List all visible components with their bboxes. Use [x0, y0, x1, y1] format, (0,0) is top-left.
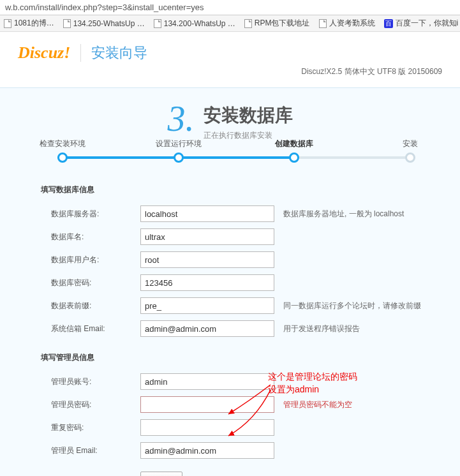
bookmark-bar: 1081的博… 134.250-WhatsUp … 134.200-WhatsU…: [0, 15, 460, 32]
circle-icon: [57, 152, 68, 163]
bookmark-item[interactable]: 百 百度一下，你就知i: [384, 18, 459, 29]
bookmark-label: 百度一下，你就知i: [396, 18, 459, 29]
row-db-password: 数据库密码:: [51, 274, 460, 291]
row-db-user: 数据库用户名:: [51, 251, 460, 268]
row-admin-password: 管理员密码: 管理员密码不能为空: [51, 396, 460, 413]
db-user-input[interactable]: [140, 251, 274, 268]
db-prefix-label: 数据表前缀:: [51, 301, 140, 311]
logo-text: Discuz: [18, 43, 64, 62]
bookmark-label: 人资考勤系统: [329, 18, 375, 29]
step-title: 安装数据库: [204, 103, 293, 128]
db-password-input[interactable]: [140, 274, 274, 291]
row-db-name: 数据库名:: [51, 228, 460, 245]
progress-label: 创建数据库: [275, 138, 313, 149]
row-admin-account: 管理员账号:: [51, 373, 460, 390]
db-server-label: 数据库服务器:: [51, 209, 140, 219]
system-email-label: 系统信箱 Email:: [51, 324, 140, 334]
bookmark-item[interactable]: 134.250-WhatsUp …: [63, 19, 145, 28]
circle-icon: [405, 152, 415, 163]
bookmark-item[interactable]: 人资考勤系统: [319, 18, 375, 29]
bookmark-item[interactable]: RPM包下载地址: [244, 18, 310, 29]
bookmark-label: 134.250-WhatsUp …: [73, 19, 145, 28]
admin-email-label: 管理员 Email:: [51, 445, 140, 456]
page-icon: [154, 19, 161, 28]
page-icon: [4, 19, 11, 28]
divider-icon: [80, 44, 81, 62]
progress-node-env-check: 检查安装环境: [57, 152, 68, 163]
admin-account-label: 管理员账号:: [51, 376, 140, 387]
discuz-logo: Discuz!: [18, 43, 70, 63]
db-name-input[interactable]: [140, 228, 274, 245]
admin-email-input[interactable]: [140, 442, 274, 459]
circle-icon: [289, 152, 299, 163]
next-step-button[interactable]: 下一步: [140, 472, 182, 476]
baidu-icon: 百: [384, 19, 393, 28]
admin-repassword-input[interactable]: [140, 419, 274, 436]
bookmark-label: 134.200-WhatsUp …: [164, 19, 235, 28]
progress-label: 设置运行环境: [156, 138, 202, 149]
step-header: 3. 安装数据库 正在执行数据库安装: [0, 101, 460, 141]
row-admin-repassword: 重复密码:: [51, 419, 460, 436]
admin-account-input[interactable]: [140, 373, 274, 390]
row-db-prefix: 数据表前缀: 同一数据库运行多个论坛时，请修改前缀: [51, 297, 460, 314]
install-form: 填写数据库信息 数据库服务器: 数据库服务器地址, 一般为 localhost …: [0, 184, 460, 476]
db-user-label: 数据库用户名:: [51, 255, 140, 265]
progress-node-create-db: 创建数据库: [289, 152, 299, 163]
db-server-input[interactable]: [140, 205, 274, 222]
db-server-hint: 数据库服务器地址, 一般为 localhost: [283, 209, 404, 219]
main-area: 3. 安装数据库 正在执行数据库安装 检查安装环境 设置运行环境: [0, 87, 460, 476]
admin-section-title: 填写管理员信息: [41, 352, 460, 363]
bookmark-label: RPM包下载地址: [255, 18, 310, 29]
circle-icon: [174, 152, 184, 163]
admin-password-error: 管理员密码不能为空: [283, 399, 352, 410]
admin-repassword-label: 重复密码:: [51, 422, 140, 433]
bookmark-label: 1081的博…: [14, 18, 54, 29]
logo-exclamation: !: [64, 43, 70, 62]
db-section-title: 填写数据库信息: [41, 184, 460, 195]
version-text: Discuz!X2.5 简体中文 UTF8 版 20150609: [0, 66, 460, 87]
system-email-input[interactable]: [140, 320, 274, 337]
progress-label: 检查安装环境: [40, 138, 85, 149]
annotation-text: 这个是管理论坛的密码 设置为admin: [268, 371, 357, 396]
step-number: 3.: [168, 101, 195, 137]
system-email-hint: 用于发送程序错误报告: [283, 324, 360, 334]
page-icon: [319, 19, 327, 28]
page-icon: [244, 19, 252, 28]
page: Discuz! 安装向导 Discuz!X2.5 简体中文 UTF8 版 201…: [0, 32, 460, 476]
admin-password-input[interactable]: [140, 396, 274, 413]
db-name-label: 数据库名:: [51, 232, 140, 242]
header: Discuz! 安装向导: [0, 32, 460, 66]
progress-label: 安装: [403, 138, 418, 149]
row-system-email: 系统信箱 Email: 用于发送程序错误报告: [51, 320, 460, 337]
url-bar[interactable]: w.b.com/install/index.php?step=3&install…: [0, 0, 460, 15]
progress-node-env-set: 设置运行环境: [174, 152, 184, 163]
wizard-title: 安装向导: [91, 43, 147, 63]
db-prefix-hint: 同一数据库运行多个论坛时，请修改前缀: [283, 301, 421, 311]
progress-node-install: 安装: [405, 152, 415, 163]
bookmark-item[interactable]: 134.200-WhatsUp …: [154, 19, 235, 28]
row-db-server: 数据库服务器: 数据库服务器地址, 一般为 localhost: [51, 205, 460, 222]
db-prefix-input[interactable]: [140, 297, 274, 314]
bookmark-item[interactable]: 1081的博…: [4, 18, 54, 29]
admin-password-label: 管理员密码:: [51, 399, 140, 410]
row-admin-email: 管理员 Email:: [51, 442, 460, 459]
db-password-label: 数据库密码:: [51, 278, 140, 288]
progress-bar: 检查安装环境 设置运行环境 创建数据库 安装: [57, 156, 415, 159]
url-text: w.b.com/install/index.php?step=3&install…: [5, 3, 204, 12]
page-icon: [63, 19, 71, 28]
